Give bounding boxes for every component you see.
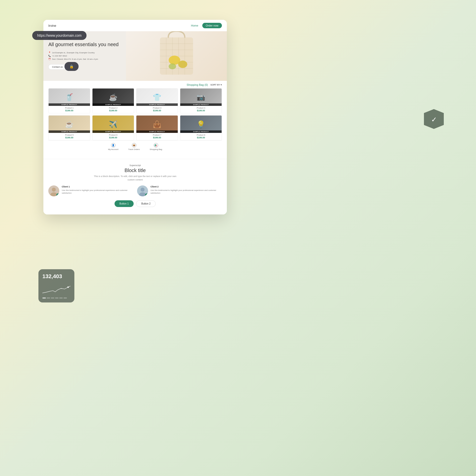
quote-badge-1: " bbox=[56, 193, 59, 196]
order-now-button[interactable]: Order now bbox=[202, 23, 222, 28]
cta-button-1[interactable]: Button 1 bbox=[115, 200, 134, 207]
site-nav: Irvine Home Order now bbox=[43, 20, 227, 31]
product-graphic-6: ✈️ bbox=[109, 120, 118, 128]
bottom-nav-track[interactable]: 📦 Track Orders bbox=[128, 143, 140, 150]
grocery-bag-illustration bbox=[154, 31, 199, 81]
security-badge: ✓ bbox=[424, 109, 444, 129]
testimonial-content-2: Client 2 Use this testimonial to highlig… bbox=[150, 185, 222, 194]
product-card-4[interactable]: 📷 SAMPLE PRODUCT Product 4 $199.00 bbox=[180, 88, 222, 113]
products-grid: 🥤 SAMPLE PRODUCT Product 1 $199.00 ☕ SAM… bbox=[48, 88, 222, 140]
account-icon: 👤 bbox=[111, 143, 116, 148]
product-graphic-8: 💡 bbox=[197, 120, 205, 128]
account-label: My Account bbox=[108, 148, 118, 150]
product-graphic-5: ☕ bbox=[65, 120, 74, 128]
dot-2 bbox=[47, 298, 50, 298]
stats-chart bbox=[42, 282, 70, 295]
products-section: Shopping Bag (0) SORT BY ▾ 🥤 SAMPLE PROD… bbox=[43, 81, 227, 159]
track-icon: 📦 bbox=[132, 143, 136, 148]
sample-label-6: SAMPLE PRODUCT bbox=[92, 130, 134, 133]
url-display: https://www.yourdomain.com bbox=[37, 33, 82, 37]
bottom-nav: 👤 My Account 📦 Track Orders 🛍️ Shopping … bbox=[48, 140, 222, 154]
dot-4 bbox=[55, 298, 59, 298]
testimonials-title: Block title bbox=[48, 168, 222, 173]
product-graphic-4: 📷 bbox=[197, 93, 205, 101]
sample-label-8: SAMPLE PRODUCT bbox=[180, 130, 222, 133]
cta-buttons: Button 1 Button 2 bbox=[48, 200, 222, 209]
testimonials-section: Superscript Block title This is a block … bbox=[43, 159, 227, 214]
hero-title: All gourmet essentials you need bbox=[48, 41, 144, 48]
product-name-6: Product 6 bbox=[92, 133, 134, 136]
sample-label-7: SAMPLE PRODUCT bbox=[136, 130, 178, 133]
product-price-7: $199.00 bbox=[136, 136, 178, 140]
bag-label: Shopping Bag bbox=[150, 148, 162, 150]
bottom-nav-bag[interactable]: 🛍️ Shopping Bag bbox=[150, 143, 162, 150]
svg-point-18 bbox=[141, 188, 145, 192]
cta-button-2[interactable]: Button 2 bbox=[136, 200, 156, 207]
address-text: 1st Example st., Example City, Example C… bbox=[52, 52, 94, 54]
stats-dots bbox=[42, 298, 70, 298]
product-price-8: $199.00 bbox=[180, 136, 222, 140]
product-image-4: 📷 SAMPLE PRODUCT bbox=[180, 89, 222, 106]
bottom-nav-account[interactable]: 👤 My Account bbox=[108, 143, 118, 150]
product-image-1: 🥤 SAMPLE PRODUCT bbox=[49, 89, 90, 106]
product-card-6[interactable]: ✈️ SAMPLE PRODUCT Product 6 $199.00 bbox=[92, 115, 134, 140]
testimonials-superscript: Superscript bbox=[48, 164, 222, 167]
checkmark-icon: ✓ bbox=[431, 116, 437, 124]
product-price-3: $199.00 bbox=[136, 109, 178, 113]
product-card-5[interactable]: ☕ SAMPLE PRODUCT Product 5 $199.00 bbox=[48, 115, 90, 140]
stats-widget: 132,403 bbox=[38, 269, 74, 302]
product-card-2[interactable]: ☕ SAMPLE PRODUCT Product 2 $199.00 bbox=[92, 88, 134, 113]
product-price-4: $199.00 bbox=[180, 109, 222, 113]
product-name-7: Product 7 bbox=[136, 133, 178, 136]
product-name-8: Product 8 bbox=[180, 133, 222, 136]
dot-6 bbox=[63, 298, 67, 298]
nav-links: Home Order now bbox=[191, 23, 222, 28]
product-image-2: ☕ SAMPLE PRODUCT bbox=[92, 89, 134, 106]
hero-address: 📍 1st Example st., Example City, Example… bbox=[48, 52, 144, 54]
lock-icon: 🔒 bbox=[64, 62, 79, 71]
sample-label-2: SAMPLE PRODUCT bbox=[92, 103, 134, 106]
product-image-7: 👜 SAMPLE PRODUCT bbox=[136, 116, 178, 133]
product-card-3[interactable]: 👕 SAMPLE PRODUCT Product 3 $199.00 bbox=[136, 88, 178, 113]
product-card-8[interactable]: 💡 SAMPLE PRODUCT Product 8 $199.00 bbox=[180, 115, 222, 140]
product-name-4: Product 4 bbox=[180, 106, 222, 109]
product-name-5: Product 5 bbox=[49, 133, 90, 136]
hero-content: Grocery store near you All gourmet essen… bbox=[48, 37, 144, 70]
products-header: Shopping Bag (0) SORT BY ▾ bbox=[48, 83, 222, 86]
product-image-5: ☕ SAMPLE PRODUCT bbox=[49, 116, 90, 133]
sample-label-5: SAMPLE PRODUCT bbox=[49, 130, 90, 133]
product-image-6: ✈️ SAMPLE PRODUCT bbox=[92, 116, 134, 133]
quote-badge-2: " bbox=[145, 193, 148, 196]
site-logo: Irvine bbox=[48, 24, 56, 28]
dot-1 bbox=[42, 298, 46, 298]
hero-phone: 📞 +1 234 567 8910 bbox=[48, 55, 144, 57]
phone-text: +1 234 567 8910 bbox=[52, 55, 67, 57]
product-price-6: $199.00 bbox=[92, 136, 134, 140]
dot-5 bbox=[59, 298, 63, 298]
track-label: Track Orders bbox=[128, 148, 140, 150]
sample-label-1: SAMPLE PRODUCT bbox=[49, 103, 90, 106]
sort-by-control[interactable]: SORT BY ▾ bbox=[210, 84, 222, 86]
client-name-2: Client 2 bbox=[150, 185, 222, 188]
client-name-1: Client 1 bbox=[62, 185, 133, 188]
product-price-5: $199.00 bbox=[49, 136, 90, 140]
product-graphic-7: 👜 bbox=[153, 120, 161, 128]
hours-text: Sun: Closed, Mon-Fri: 8 am–6 pm, Sat: 10… bbox=[52, 58, 98, 60]
contact-us-button[interactable]: Contact us bbox=[48, 64, 66, 70]
product-card-7[interactable]: 👜 SAMPLE PRODUCT Product 7 $199.00 bbox=[136, 115, 178, 140]
shopping-bag-label[interactable]: Shopping Bag (0) bbox=[187, 83, 208, 86]
product-graphic-3: 👕 bbox=[153, 93, 161, 101]
client-text-2: Use this testimonial to highlight your p… bbox=[150, 189, 222, 194]
product-card-1[interactable]: 🥤 SAMPLE PRODUCT Product 1 $199.00 bbox=[48, 88, 90, 113]
product-price-2: $199.00 bbox=[92, 109, 134, 113]
clock-icon: ⏰ bbox=[48, 58, 51, 60]
sample-label-3: SAMPLE PRODUCT bbox=[136, 103, 178, 106]
hero-hours: ⏰ Sun: Closed, Mon-Fri: 8 am–6 pm, Sat: … bbox=[48, 58, 144, 60]
product-image-3: 👕 SAMPLE PRODUCT bbox=[136, 89, 178, 106]
testimonials-grid: " Client 1 Use this testimonial to highl… bbox=[48, 185, 222, 196]
product-name-2: Product 2 bbox=[92, 106, 134, 109]
sample-label-4: SAMPLE PRODUCT bbox=[180, 103, 222, 106]
product-price-1: $199.00 bbox=[49, 109, 90, 113]
phone-icon: 📞 bbox=[48, 55, 51, 57]
nav-home-link[interactable]: Home bbox=[191, 24, 198, 27]
